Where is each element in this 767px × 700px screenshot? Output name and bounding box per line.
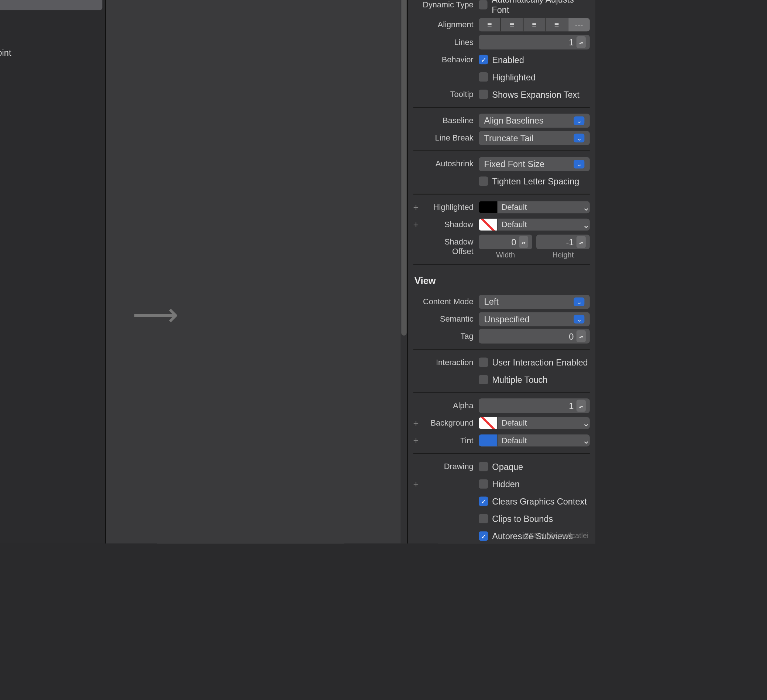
autoshrink-popup[interactable]: Fixed Font Size⌄ <box>479 157 590 171</box>
contentmode-popup[interactable]: Left⌄ <box>479 295 590 309</box>
prop-label: Shadow <box>422 220 479 229</box>
lines-stepper[interactable]: 1▴▾ <box>479 35 590 50</box>
tooltip-checkbox[interactable]: Shows Expansion Text <box>479 89 590 99</box>
outline-exit[interactable]: ⎘ Exit <box>0 28 102 43</box>
alpha-stepper[interactable]: 1▴▾ <box>479 398 590 413</box>
prop-label: Baseline <box>422 116 479 125</box>
multitouch-checkbox[interactable]: Multiple Touch <box>479 375 590 385</box>
shadow-color-well[interactable]: Default⌄ <box>479 219 590 231</box>
tag-stepper[interactable]: 0▴▾ <box>479 329 590 344</box>
prop-label: Interaction <box>422 358 479 367</box>
outline-firstresponder[interactable]: 1 First Responder <box>0 11 102 27</box>
alignment-segmented[interactable]: ≡≡≡≡--- <box>479 18 590 31</box>
user-interaction-checkbox[interactable]: User Interaction Enabled <box>479 357 590 367</box>
editor-area: 〈 〉 ✶ LaunchScreen.storyboard (Base) Tes… <box>0 0 408 543</box>
dynamic-type-checkbox[interactable]: Automatically Adjusts Font <box>479 0 590 15</box>
shadow-height-stepper[interactable]: -1▴▾ <box>536 235 590 249</box>
entry-arrow-icon: ⟶ <box>132 295 179 333</box>
ib-canvas[interactable]: ⟶ Label <box>105 0 407 543</box>
document-outline: ▾ View Controller Scene ➜ ▾ View Control… <box>0 0 105 543</box>
add-variation-button[interactable]: + <box>414 479 422 489</box>
inspector-panel: ? Label Text Plain⌄ Label +Color Default… <box>408 0 595 543</box>
outline-entrypoint[interactable]: → Storyboard Entry Point <box>0 44 102 60</box>
baseline-popup[interactable]: Align Baselines⌄ <box>479 113 590 127</box>
prop-label: Drawing <box>422 462 479 471</box>
add-variation-button[interactable]: + <box>414 418 422 429</box>
add-variation-button[interactable]: + <box>414 219 422 230</box>
prop-label: Line Break <box>422 133 479 142</box>
prop-label: Dynamic Type <box>422 0 479 9</box>
prop-label: Autoshrink <box>422 159 479 168</box>
align-right-icon: ≡ <box>524 18 546 31</box>
prop-label: Background <box>422 419 479 428</box>
prop-label: Shadow Offset <box>422 238 479 256</box>
hidden-checkbox[interactable]: Hidden <box>479 479 590 489</box>
prop-label: Alignment <box>422 20 479 30</box>
add-variation-button[interactable]: + <box>414 202 422 213</box>
clears-context-checkbox[interactable]: ✓Clears Graphics Context <box>479 497 590 506</box>
outline-label-item[interactable]: L Label <box>0 0 102 10</box>
align-left-icon: ≡ <box>479 18 501 31</box>
highlighted-checkbox[interactable]: Highlighted <box>479 72 590 82</box>
prop-label: Tag <box>422 332 479 341</box>
clips-bounds-checkbox[interactable]: Clips to Bounds <box>479 514 590 524</box>
tint-color-well[interactable]: Default⌄ <box>479 435 590 447</box>
shadow-width-stepper[interactable]: 0▴▾ <box>479 235 532 249</box>
prop-label: Tooltip <box>422 90 479 99</box>
background-color-well[interactable]: Default⌄ <box>479 417 590 429</box>
add-variation-button[interactable]: + <box>414 435 422 446</box>
prop-label: Lines <box>422 38 479 47</box>
prop-label: Tint <box>422 436 479 445</box>
scrollbar[interactable] <box>401 0 407 543</box>
outline-label: Storyboard Entry Point <box>0 47 11 57</box>
prop-label: Content Mode <box>422 297 479 306</box>
tighten-checkbox[interactable]: Tighten Letter Spacing <box>479 176 590 186</box>
prop-label: Alpha <box>422 401 479 411</box>
align-justify-icon: ≡ <box>546 18 568 31</box>
prop-label: Behavior <box>422 55 479 64</box>
enabled-checkbox[interactable]: ✓Enabled <box>479 55 590 65</box>
section-view: View <box>414 270 590 291</box>
prop-label: Highlighted <box>422 203 479 212</box>
align-natural-icon: --- <box>568 18 590 31</box>
prop-label: Semantic <box>422 314 479 324</box>
watermark: CSDN @smallcatlei <box>524 532 588 540</box>
opaque-checkbox[interactable]: Opaque <box>479 462 590 472</box>
align-center-icon: ≡ <box>501 18 524 31</box>
highlighted-color-well[interactable]: Default⌄ <box>479 202 590 214</box>
semantic-popup[interactable]: Unspecified⌄ <box>479 312 590 326</box>
linebreak-popup[interactable]: Truncate Tail⌄ <box>479 131 590 145</box>
